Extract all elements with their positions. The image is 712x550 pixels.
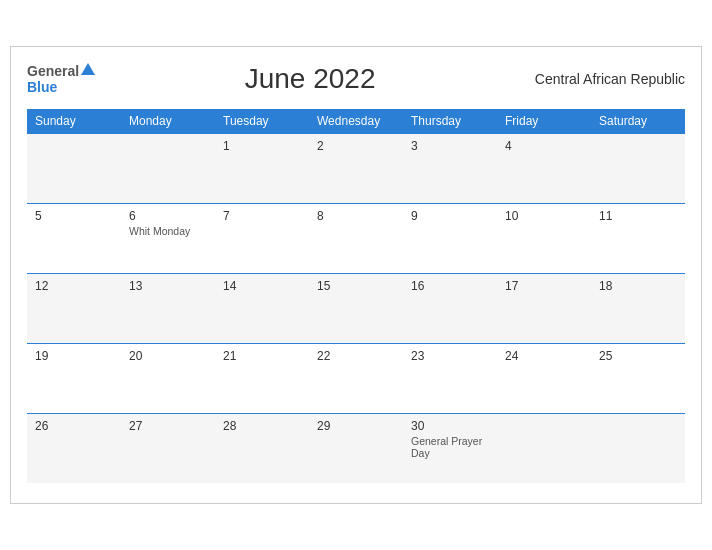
table-cell: [497, 413, 591, 483]
day-number: 15: [317, 279, 395, 293]
table-cell: [591, 413, 685, 483]
table-cell: 1: [215, 133, 309, 203]
table-cell: 4: [497, 133, 591, 203]
day-number: 8: [317, 209, 395, 223]
table-cell: 28: [215, 413, 309, 483]
day-event: Whit Monday: [129, 225, 207, 237]
day-number: 5: [35, 209, 113, 223]
header-friday: Friday: [497, 109, 591, 134]
header-wednesday: Wednesday: [309, 109, 403, 134]
table-cell: 9: [403, 203, 497, 273]
table-cell: 25: [591, 343, 685, 413]
logo: General Blue: [27, 63, 95, 95]
day-number: 13: [129, 279, 207, 293]
table-cell: 18: [591, 273, 685, 343]
day-number: 18: [599, 279, 677, 293]
table-cell: 24: [497, 343, 591, 413]
table-cell: 7: [215, 203, 309, 273]
table-cell: [591, 133, 685, 203]
day-number: 11: [599, 209, 677, 223]
day-number: 29: [317, 419, 395, 433]
day-number: 23: [411, 349, 489, 363]
table-cell: 5: [27, 203, 121, 273]
table-cell: 12: [27, 273, 121, 343]
table-cell: 11: [591, 203, 685, 273]
table-cell: [27, 133, 121, 203]
table-cell: 20: [121, 343, 215, 413]
day-number: 21: [223, 349, 301, 363]
table-cell: 21: [215, 343, 309, 413]
table-cell: 14: [215, 273, 309, 343]
day-number: 30: [411, 419, 489, 433]
day-number: 28: [223, 419, 301, 433]
table-cell: 19: [27, 343, 121, 413]
day-number: 1: [223, 139, 301, 153]
week-row-1: 1234: [27, 133, 685, 203]
day-number: 20: [129, 349, 207, 363]
calendar-country: Central African Republic: [525, 71, 685, 87]
logo-blue-text: Blue: [27, 79, 57, 95]
table-cell: 2: [309, 133, 403, 203]
day-number: 22: [317, 349, 395, 363]
day-event: General Prayer Day: [411, 435, 489, 459]
table-cell: 30General Prayer Day: [403, 413, 497, 483]
logo-triangle-icon: [81, 63, 95, 75]
day-number: 7: [223, 209, 301, 223]
day-number: 27: [129, 419, 207, 433]
table-cell: 26: [27, 413, 121, 483]
week-row-4: 19202122232425: [27, 343, 685, 413]
header-thursday: Thursday: [403, 109, 497, 134]
table-cell: 16: [403, 273, 497, 343]
day-number: 4: [505, 139, 583, 153]
day-number: 14: [223, 279, 301, 293]
calendar-table: Sunday Monday Tuesday Wednesday Thursday…: [27, 109, 685, 484]
day-number: 16: [411, 279, 489, 293]
logo-general-text: General: [27, 63, 79, 79]
day-number: 3: [411, 139, 489, 153]
day-number: 24: [505, 349, 583, 363]
table-cell: 22: [309, 343, 403, 413]
header-sunday: Sunday: [27, 109, 121, 134]
week-row-3: 12131415161718: [27, 273, 685, 343]
day-number: 25: [599, 349, 677, 363]
day-number: 26: [35, 419, 113, 433]
table-cell: 17: [497, 273, 591, 343]
day-number: 10: [505, 209, 583, 223]
day-number: 19: [35, 349, 113, 363]
table-cell: 13: [121, 273, 215, 343]
table-cell: [121, 133, 215, 203]
table-cell: 6Whit Monday: [121, 203, 215, 273]
table-cell: 10: [497, 203, 591, 273]
day-number: 6: [129, 209, 207, 223]
table-cell: 8: [309, 203, 403, 273]
table-cell: 3: [403, 133, 497, 203]
table-cell: 15: [309, 273, 403, 343]
day-number: 17: [505, 279, 583, 293]
table-cell: 23: [403, 343, 497, 413]
week-row-2: 56Whit Monday7891011: [27, 203, 685, 273]
header-monday: Monday: [121, 109, 215, 134]
week-row-5: 2627282930General Prayer Day: [27, 413, 685, 483]
header-saturday: Saturday: [591, 109, 685, 134]
day-number: 2: [317, 139, 395, 153]
calendar-container: General Blue June 2022 Central African R…: [10, 46, 702, 505]
calendar-header: General Blue June 2022 Central African R…: [27, 63, 685, 95]
header-tuesday: Tuesday: [215, 109, 309, 134]
table-cell: 29: [309, 413, 403, 483]
table-cell: 27: [121, 413, 215, 483]
calendar-title: June 2022: [95, 63, 525, 95]
day-number: 12: [35, 279, 113, 293]
day-number: 9: [411, 209, 489, 223]
weekday-header-row: Sunday Monday Tuesday Wednesday Thursday…: [27, 109, 685, 134]
